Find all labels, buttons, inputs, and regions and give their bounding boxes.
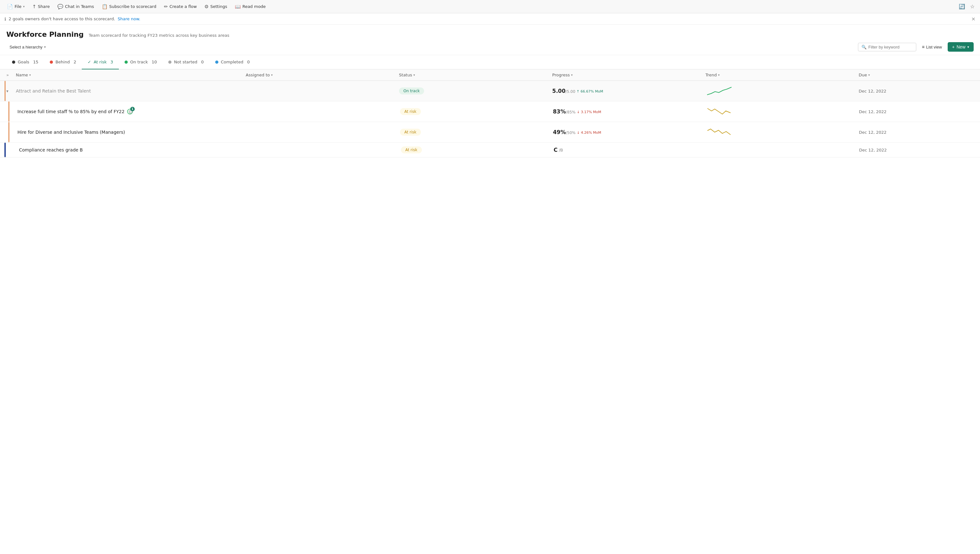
create-flow-button[interactable]: ✏️ Create a flow xyxy=(161,2,200,11)
close-info-button[interactable]: × xyxy=(972,16,975,22)
expand-col: » xyxy=(6,73,16,77)
list-view-label: List view xyxy=(926,45,942,49)
subscribe-icon: 📋 xyxy=(102,4,108,10)
row-status: At risk xyxy=(400,108,553,115)
share-button[interactable]: ↑ Share xyxy=(29,2,53,11)
new-chevron-icon: ▾ xyxy=(967,45,969,49)
progress-value: 5.00 xyxy=(552,88,565,94)
star-icon[interactable]: ☆ xyxy=(969,2,976,11)
not-started-label: Not started xyxy=(174,60,197,64)
chat-in-teams-button[interactable]: 💬 Chat in Teams xyxy=(54,2,97,11)
on-track-label: On track xyxy=(130,60,148,64)
new-button[interactable]: + New ▾ xyxy=(948,42,974,52)
filter-input-container: 🔍 xyxy=(858,43,916,51)
row-name: Compliance reaches grade B xyxy=(19,147,248,153)
status-badge: At risk xyxy=(400,108,421,115)
row-status: At risk xyxy=(400,129,553,136)
col-due-header[interactable]: Due ▾ xyxy=(859,73,974,77)
collapse-icon[interactable]: ▾ xyxy=(6,89,8,94)
read-mode-button[interactable]: 📖 Read mode xyxy=(232,2,269,11)
hierarchy-select[interactable]: Select a hierarchy ▾ xyxy=(6,43,49,51)
table-row[interactable]: Hire for Diverse and Inclusive Teams (Ma… xyxy=(0,122,980,143)
toolbar-right: 🔄 ☆ xyxy=(957,2,976,11)
file-menu[interactable]: 📄 File ▾ xyxy=(4,2,28,11)
list-view-icon: ≡ xyxy=(922,45,924,49)
grade-target: /B xyxy=(559,148,563,153)
name-sort-icon: ▾ xyxy=(29,73,31,77)
expand-all-icon[interactable]: » xyxy=(6,73,9,77)
goal-name: Attract and Retain the Best Talent xyxy=(16,88,91,94)
chat-bubble-icon[interactable]: 💬 1 xyxy=(127,109,133,115)
tab-at-risk[interactable]: ✓ At risk 3 xyxy=(82,55,119,69)
trend-chart xyxy=(706,126,734,138)
row-due: Dec 12, 2022 xyxy=(859,109,974,114)
share-icon: ↑ xyxy=(32,4,37,10)
hierarchy-label: Select a hierarchy xyxy=(10,45,43,49)
row-bar xyxy=(5,81,6,101)
tab-behind[interactable]: Behind 2 xyxy=(44,55,82,69)
subscribe-label: Subscribe to scorecard xyxy=(109,4,157,9)
grade-value: C xyxy=(554,147,557,153)
info-message: 2 goals owners don't have access to this… xyxy=(8,16,115,21)
row-due: Dec 12, 2022 xyxy=(859,89,974,94)
completed-label: Completed xyxy=(221,60,243,64)
status-badge: At risk xyxy=(401,146,422,153)
goal-name: Compliance reaches grade B xyxy=(19,147,83,153)
info-bar: ℹ️ 2 goals owners don't have access to t… xyxy=(0,13,980,25)
assigned-sort-icon: ▾ xyxy=(271,73,272,77)
page-subtitle: Team scorecard for tracking FY23 metrics… xyxy=(89,33,229,38)
progress-mom: ↓ 4.26% MoM xyxy=(577,131,601,135)
table-row[interactable]: Compliance reaches grade B At risk C/B D… xyxy=(0,143,980,158)
status-badge: At risk xyxy=(400,129,421,136)
col-status-header[interactable]: Status ▾ xyxy=(399,73,552,77)
table-row[interactable]: ▾ Attract and Retain the Best Talent On … xyxy=(0,81,980,102)
table-row[interactable]: Increase full time staff % to 85% by end… xyxy=(0,102,980,122)
status-badge: On track xyxy=(399,88,424,94)
trend-chart xyxy=(706,105,734,118)
refresh-icon[interactable]: 🔄 xyxy=(957,2,967,11)
tab-on-track[interactable]: On track 10 xyxy=(119,55,162,69)
row-name: Hire for Diverse and Inclusive Teams (Ma… xyxy=(18,130,247,135)
tab-goals[interactable]: Goals 15 xyxy=(6,55,44,69)
col-progress-header[interactable]: Progress ▾ xyxy=(552,73,706,77)
row-trend xyxy=(706,126,859,138)
col-trend-header[interactable]: Trend ▾ xyxy=(706,73,859,77)
goals-count: 15 xyxy=(33,60,38,64)
tab-completed[interactable]: Completed 0 xyxy=(210,55,255,69)
status-col-label: Status xyxy=(399,73,412,77)
col-assigned-header[interactable]: Assigned to ▾ xyxy=(246,73,399,77)
status-sort-icon: ▾ xyxy=(413,73,415,77)
progress-sort-icon: ▾ xyxy=(571,73,573,77)
share-now-link[interactable]: Share now. xyxy=(118,16,140,21)
assigned-col-label: Assigned to xyxy=(246,73,270,77)
row-progress: 49%/50% ↓ 4.26% MoM xyxy=(553,129,706,135)
filter-wrap: 🔍 ≡ List view + New ▾ xyxy=(858,42,974,52)
progress-mom: ↓ 3.17% MoM xyxy=(577,110,601,114)
behind-label: Behind xyxy=(56,60,70,64)
completed-count: 0 xyxy=(247,60,250,64)
row-bar xyxy=(8,102,10,122)
list-view-button[interactable]: ≡ List view xyxy=(918,43,946,51)
teams-icon: 💬 xyxy=(57,4,64,10)
row-due: Dec 12, 2022 xyxy=(859,130,974,135)
row-due: Dec 12, 2022 xyxy=(859,148,974,153)
on-track-dot xyxy=(124,60,128,64)
name-col-label: Name xyxy=(16,73,28,77)
row-progress: C/B xyxy=(554,147,706,153)
goal-name: Increase full time staff % to 85% by end… xyxy=(18,109,124,114)
settings-button[interactable]: ⚙️ Settings xyxy=(201,2,231,11)
row-progress: 5.00/5.00 ↑ 66.67% MoM xyxy=(552,88,706,94)
progress-col-label: Progress xyxy=(552,73,570,77)
search-icon: 🔍 xyxy=(861,45,867,49)
new-plus-icon: + xyxy=(952,45,955,49)
subscribe-button[interactable]: 📋 Subscribe to scorecard xyxy=(99,2,160,11)
row-name: Increase full time staff % to 85% by end… xyxy=(18,109,247,115)
status-tabs: Goals 15 Behind 2 ✓ At risk 3 On track 1… xyxy=(0,55,980,69)
file-chevron: ▾ xyxy=(23,5,25,8)
new-label: New xyxy=(956,45,966,49)
read-mode-label: Read mode xyxy=(242,4,266,9)
col-name-header[interactable]: Name ▾ xyxy=(16,73,246,77)
tab-not-started[interactable]: Not started 0 xyxy=(162,55,210,69)
on-track-count: 10 xyxy=(152,60,157,64)
search-input[interactable] xyxy=(869,45,913,49)
